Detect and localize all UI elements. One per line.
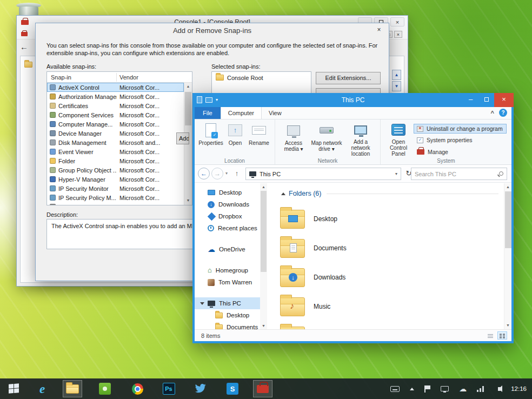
- scrollbar-thumb[interactable]: [185, 92, 191, 125]
- scroll-down-icon[interactable]: ▼: [504, 322, 511, 329]
- properties-button[interactable]: Properties: [197, 121, 224, 157]
- signal-bars-icon[interactable]: [477, 386, 484, 392]
- network-icon[interactable]: [441, 386, 449, 391]
- sidebar-item-desktop-sub[interactable]: Desktop: [195, 309, 267, 321]
- column-header-snapin[interactable]: Snap-in: [51, 74, 71, 81]
- volume-icon[interactable]: [498, 387, 501, 391]
- taskbar-file-explorer[interactable]: [63, 380, 82, 397]
- access-media-button[interactable]: Access media ▾: [278, 121, 309, 157]
- tab-file[interactable]: File: [195, 107, 221, 119]
- dialog-titlebar[interactable]: Add or Remove Snap-ins ×: [36, 23, 389, 37]
- address-text[interactable]: This PC: [260, 171, 281, 177]
- scroll-down-icon[interactable]: ▼: [260, 322, 267, 329]
- sidebar-item-documents-sub[interactable]: Documents: [195, 321, 267, 329]
- sidebar-item-onedrive[interactable]: ☁OneDrive: [195, 243, 267, 255]
- map-network-drive-button[interactable]: Map network drive ▾: [309, 121, 344, 157]
- taskbar-photoshop[interactable]: Ps: [159, 380, 178, 397]
- open-control-panel-button[interactable]: Open Control Panel: [383, 121, 414, 157]
- address-dropdown-icon[interactable]: ▾: [395, 171, 397, 176]
- snapin-row[interactable]: IP Security Policy M...Microsoft Cor...: [47, 193, 184, 202]
- scroll-up-icon[interactable]: ▲: [392, 70, 401, 80]
- snapin-row[interactable]: Authorization ManagerMicrosoft Cor...: [47, 92, 184, 101]
- snapin-row[interactable]: Event ViewerMicrosoft Cor...: [47, 147, 184, 156]
- back-button[interactable]: ←: [198, 168, 210, 179]
- sidebar-scrollbar[interactable]: ▲ ▼: [260, 183, 267, 329]
- help-icon[interactable]: ?: [499, 109, 507, 117]
- sidebar-item-user[interactable]: Tom Warren: [195, 276, 267, 288]
- folder-tile-downloads[interactable]: Downloads: [280, 265, 431, 289]
- sidebar-item-desktop[interactable]: Desktop: [195, 187, 267, 198]
- up-button[interactable]: ↑: [230, 168, 243, 179]
- back-arrow-icon[interactable]: ←: [20, 42, 28, 51]
- forward-button[interactable]: →: [211, 168, 223, 179]
- snapin-row-partial[interactable]: [47, 202, 184, 205]
- sidebar-item-homegroup[interactable]: ⌂Homegroup: [195, 264, 267, 276]
- folder-tile-documents[interactable]: Documents: [280, 236, 431, 260]
- dialog-close-button[interactable]: ×: [371, 25, 387, 36]
- recent-locations-icon[interactable]: ▾: [225, 171, 228, 176]
- add-button[interactable]: Add >: [176, 132, 189, 144]
- sidebar-item-recent-places[interactable]: Recent places: [195, 222, 267, 234]
- touch-keyboard-icon[interactable]: [390, 386, 400, 392]
- console-root-folder-icon[interactable]: [24, 62, 32, 68]
- scrollbar-thumb[interactable]: [261, 191, 267, 272]
- sidebar-item-dropbox[interactable]: Dropbox: [195, 210, 267, 222]
- explorer-titlebar[interactable]: ▾ This PC – ×: [192, 93, 514, 107]
- expander-icon[interactable]: [200, 302, 204, 305]
- snapin-row[interactable]: CertificatesMicrosoft Cor...: [47, 101, 184, 110]
- minimize-ribbon-icon[interactable]: ^: [491, 110, 494, 116]
- tab-computer[interactable]: Computer: [221, 107, 262, 119]
- scroll-down-icon[interactable]: ▼: [184, 197, 192, 205]
- child-close-button[interactable]: ×: [394, 31, 402, 38]
- taskbar-s-app[interactable]: S: [223, 380, 242, 397]
- onedrive-tray-icon[interactable]: ☁: [459, 385, 467, 393]
- explorer-maximize-button[interactable]: [478, 93, 494, 107]
- snapin-row[interactable]: Device ManagerMicrosoft Cor...: [47, 129, 184, 138]
- folder-tile-desktop[interactable]: Desktop: [280, 207, 431, 231]
- snapin-row[interactable]: FolderMicrosoft Cor...: [47, 156, 184, 165]
- taskbar-green-app[interactable]: [95, 380, 115, 397]
- snapin-row[interactable]: Group Policy Object ...Microsoft Cor...: [47, 165, 184, 175]
- snapin-row[interactable]: Disk ManagementMicrosoft and...: [47, 138, 184, 147]
- action-center-flag-icon[interactable]: [424, 385, 430, 393]
- large-icons-view-button[interactable]: [497, 331, 507, 340]
- manage-button[interactable]: Manage: [414, 147, 507, 157]
- folders-group-header[interactable]: Folders (6): [281, 190, 498, 197]
- open-button[interactable]: Open: [224, 121, 246, 157]
- snapin-row[interactable]: ActiveX ControlMicrosoft Cor...: [47, 83, 184, 92]
- folder-tile-music[interactable]: ♪ Music: [280, 295, 431, 318]
- hidden-icons-icon[interactable]: [410, 388, 414, 390]
- explorer-minimize-button[interactable]: –: [463, 93, 478, 107]
- folder-tile-partial[interactable]: [280, 324, 431, 329]
- taskbar-internet-explorer[interactable]: e: [32, 380, 52, 397]
- collapse-group-icon[interactable]: [281, 192, 285, 195]
- scroll-down-icon[interactable]: ▼: [392, 81, 401, 91]
- snapin-row[interactable]: Computer Manage...Microsoft Cor...: [47, 119, 184, 129]
- system-properties-button[interactable]: System properties: [414, 135, 507, 145]
- scrollbar-thumb[interactable]: [505, 191, 511, 248]
- snapin-row[interactable]: IP Security MonitorMicrosoft Cor...: [47, 184, 184, 193]
- scroll-up-icon[interactable]: ▲: [260, 183, 267, 190]
- taskbar-chrome[interactable]: [128, 380, 147, 397]
- add-network-location-button[interactable]: Add a network location: [344, 121, 377, 157]
- console-root-item[interactable]: Console Root: [227, 75, 263, 81]
- tab-view[interactable]: View: [262, 107, 289, 119]
- explorer-close-button[interactable]: ×: [494, 93, 514, 107]
- details-view-button[interactable]: [486, 331, 495, 340]
- scroll-up-icon[interactable]: ▲: [504, 183, 511, 191]
- taskbar-twitter[interactable]: [190, 380, 210, 397]
- snapin-row[interactable]: Component ServicesMicrosoft Cor...: [47, 110, 184, 119]
- search-box[interactable]: [411, 168, 507, 180]
- column-header-vendor[interactable]: Vendor: [119, 74, 138, 81]
- console-close-button[interactable]: ×: [390, 17, 404, 26]
- start-button[interactable]: [4, 380, 24, 397]
- address-bar[interactable]: This PC ▾: [245, 168, 401, 180]
- sidebar-item-this-pc[interactable]: This PC: [195, 297, 267, 309]
- taskbar-mmc[interactable]: [253, 380, 272, 397]
- snapin-row[interactable]: Hyper-V ManagerMicrosoft Cor...: [47, 175, 184, 184]
- edit-extensions-button[interactable]: Edit Extensions...: [316, 72, 381, 84]
- taskbar-clock[interactable]: 12:16: [511, 385, 527, 392]
- main-scrollbar[interactable]: ▲ ▼: [504, 183, 511, 329]
- scroll-up-icon[interactable]: ▲: [184, 83, 192, 91]
- search-input[interactable]: [415, 169, 496, 179]
